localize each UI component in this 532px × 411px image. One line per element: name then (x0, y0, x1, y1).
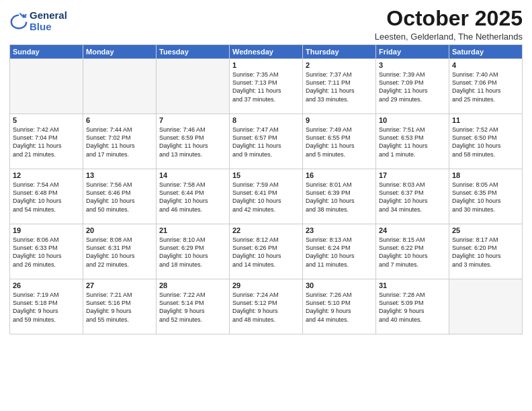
day-info: Sunrise: 7:46 AM Sunset: 6:59 PM Dayligh… (159, 126, 226, 158)
calendar-cell: 1Sunrise: 7:35 AM Sunset: 7:13 PM Daylig… (230, 59, 303, 114)
day-info: Sunrise: 8:01 AM Sunset: 6:39 PM Dayligh… (306, 181, 373, 214)
calendar-cell: 22Sunrise: 8:12 AM Sunset: 6:26 PM Dayli… (230, 224, 303, 279)
day-number: 30 (306, 281, 373, 289)
day-number: 15 (232, 171, 300, 179)
day-number: 23 (306, 226, 373, 234)
week-row-4: 19Sunrise: 8:06 AM Sunset: 6:33 PM Dayli… (10, 224, 523, 279)
calendar-cell: 29Sunrise: 7:24 AM Sunset: 5:12 PM Dayli… (230, 279, 303, 334)
day-number: 25 (452, 226, 519, 234)
day-info: Sunrise: 7:56 AM Sunset: 6:46 PM Dayligh… (86, 181, 153, 214)
calendar-cell: 13Sunrise: 7:56 AM Sunset: 6:46 PM Dayli… (83, 169, 157, 224)
day-number: 14 (159, 171, 226, 179)
calendar-cell: 2Sunrise: 7:37 AM Sunset: 7:11 PM Daylig… (303, 59, 376, 114)
calendar-cell (10, 59, 83, 114)
day-number: 31 (379, 281, 446, 289)
day-info: Sunrise: 8:08 AM Sunset: 6:31 PM Dayligh… (86, 236, 153, 269)
calendar-cell: 19Sunrise: 8:06 AM Sunset: 6:33 PM Dayli… (10, 224, 83, 279)
calendar-cell: 24Sunrise: 8:15 AM Sunset: 6:22 PM Dayli… (376, 224, 449, 279)
day-info: Sunrise: 8:10 AM Sunset: 6:29 PM Dayligh… (159, 236, 226, 269)
day-info: Sunrise: 7:54 AM Sunset: 6:48 PM Dayligh… (13, 181, 80, 214)
day-info: Sunrise: 7:49 AM Sunset: 6:55 PM Dayligh… (306, 126, 373, 158)
calendar-cell: 18Sunrise: 8:05 AM Sunset: 6:35 PM Dayli… (449, 169, 523, 224)
logo: General Blue (9, 9, 67, 32)
calendar-table: Sunday Monday Tuesday Wednesday Thursday… (9, 44, 523, 334)
day-info: Sunrise: 7:58 AM Sunset: 6:44 PM Dayligh… (159, 181, 226, 214)
calendar-cell: 14Sunrise: 7:58 AM Sunset: 6:44 PM Dayli… (157, 169, 230, 224)
day-info: Sunrise: 8:12 AM Sunset: 6:26 PM Dayligh… (232, 236, 300, 269)
calendar-cell: 7Sunrise: 7:46 AM Sunset: 6:59 PM Daylig… (157, 114, 230, 169)
calendar-cell: 15Sunrise: 7:59 AM Sunset: 6:41 PM Dayli… (230, 169, 303, 224)
day-info: Sunrise: 8:17 AM Sunset: 6:20 PM Dayligh… (452, 236, 519, 269)
logo-icon (9, 11, 28, 30)
location-subtitle: Leesten, Gelderland, The Netherlands (375, 32, 523, 42)
main-container: General Blue October 2025 Leesten, Gelde… (0, 0, 532, 338)
col-wednesday: Wednesday (230, 45, 303, 59)
col-saturday: Saturday (449, 45, 523, 59)
day-number: 18 (452, 171, 519, 179)
calendar-cell: 10Sunrise: 7:51 AM Sunset: 6:53 PM Dayli… (376, 114, 449, 169)
day-number: 26 (13, 281, 80, 289)
day-number: 9 (306, 116, 373, 124)
day-info: Sunrise: 7:47 AM Sunset: 6:57 PM Dayligh… (232, 126, 300, 158)
day-number: 3 (379, 61, 446, 69)
calendar-cell: 28Sunrise: 7:22 AM Sunset: 5:14 PM Dayli… (157, 279, 230, 334)
day-number: 2 (306, 61, 373, 69)
calendar-body: 1Sunrise: 7:35 AM Sunset: 7:13 PM Daylig… (10, 59, 523, 334)
calendar-cell (83, 59, 157, 114)
day-info: Sunrise: 7:28 AM Sunset: 5:09 PM Dayligh… (379, 291, 446, 324)
calendar-cell: 16Sunrise: 8:01 AM Sunset: 6:39 PM Dayli… (303, 169, 376, 224)
day-info: Sunrise: 8:06 AM Sunset: 6:33 PM Dayligh… (13, 236, 80, 269)
calendar-cell: 9Sunrise: 7:49 AM Sunset: 6:55 PM Daylig… (303, 114, 376, 169)
col-tuesday: Tuesday (157, 45, 230, 59)
day-info: Sunrise: 8:03 AM Sunset: 6:37 PM Dayligh… (379, 181, 446, 214)
calendar-cell: 5Sunrise: 7:42 AM Sunset: 7:04 PM Daylig… (10, 114, 83, 169)
day-info: Sunrise: 7:21 AM Sunset: 5:16 PM Dayligh… (86, 291, 153, 324)
day-number: 5 (13, 116, 80, 124)
day-number: 22 (232, 226, 300, 234)
day-info: Sunrise: 7:26 AM Sunset: 5:10 PM Dayligh… (306, 291, 373, 324)
logo-text: General Blue (30, 9, 67, 32)
day-info: Sunrise: 7:40 AM Sunset: 7:06 PM Dayligh… (452, 71, 519, 103)
day-number: 29 (232, 281, 300, 289)
calendar-cell: 17Sunrise: 8:03 AM Sunset: 6:37 PM Dayli… (376, 169, 449, 224)
week-row-1: 1Sunrise: 7:35 AM Sunset: 7:13 PM Daylig… (10, 59, 523, 114)
col-sunday: Sunday (10, 45, 83, 59)
calendar-cell: 23Sunrise: 8:13 AM Sunset: 6:24 PM Dayli… (303, 224, 376, 279)
day-info: Sunrise: 7:19 AM Sunset: 5:18 PM Dayligh… (13, 291, 80, 324)
day-number: 6 (86, 116, 153, 124)
day-info: Sunrise: 7:42 AM Sunset: 7:04 PM Dayligh… (13, 126, 80, 158)
day-number: 16 (306, 171, 373, 179)
day-number: 20 (86, 226, 153, 234)
calendar-cell: 20Sunrise: 8:08 AM Sunset: 6:31 PM Dayli… (83, 224, 157, 279)
week-row-5: 26Sunrise: 7:19 AM Sunset: 5:18 PM Dayli… (10, 279, 523, 334)
col-friday: Friday (376, 45, 449, 59)
calendar-cell: 8Sunrise: 7:47 AM Sunset: 6:57 PM Daylig… (230, 114, 303, 169)
calendar-cell (157, 59, 230, 114)
col-monday: Monday (83, 45, 157, 59)
day-number: 24 (379, 226, 446, 234)
day-number: 13 (86, 171, 153, 179)
calendar-cell (449, 279, 523, 334)
header: General Blue October 2025 Leesten, Gelde… (9, 7, 523, 42)
calendar-cell: 26Sunrise: 7:19 AM Sunset: 5:18 PM Dayli… (10, 279, 83, 334)
month-title: October 2025 (375, 7, 523, 30)
title-area: October 2025 Leesten, Gelderland, The Ne… (375, 7, 523, 42)
calendar-cell: 30Sunrise: 7:26 AM Sunset: 5:10 PM Dayli… (303, 279, 376, 334)
week-row-2: 5Sunrise: 7:42 AM Sunset: 7:04 PM Daylig… (10, 114, 523, 169)
day-info: Sunrise: 7:44 AM Sunset: 7:02 PM Dayligh… (86, 126, 153, 158)
col-thursday: Thursday (303, 45, 376, 59)
day-info: Sunrise: 7:39 AM Sunset: 7:09 PM Dayligh… (379, 71, 446, 103)
calendar-cell: 25Sunrise: 8:17 AM Sunset: 6:20 PM Dayli… (449, 224, 523, 279)
calendar-cell: 3Sunrise: 7:39 AM Sunset: 7:09 PM Daylig… (376, 59, 449, 114)
day-number: 21 (159, 226, 226, 234)
calendar-cell: 6Sunrise: 7:44 AM Sunset: 7:02 PM Daylig… (83, 114, 157, 169)
day-info: Sunrise: 7:59 AM Sunset: 6:41 PM Dayligh… (232, 181, 300, 214)
day-number: 27 (86, 281, 153, 289)
day-info: Sunrise: 7:35 AM Sunset: 7:13 PM Dayligh… (232, 71, 300, 103)
day-number: 1 (232, 61, 300, 69)
header-row: Sunday Monday Tuesday Wednesday Thursday… (10, 45, 523, 59)
day-info: Sunrise: 7:37 AM Sunset: 7:11 PM Dayligh… (306, 71, 373, 103)
day-info: Sunrise: 7:24 AM Sunset: 5:12 PM Dayligh… (232, 291, 300, 324)
day-number: 28 (159, 281, 226, 289)
day-info: Sunrise: 8:05 AM Sunset: 6:35 PM Dayligh… (452, 181, 519, 214)
